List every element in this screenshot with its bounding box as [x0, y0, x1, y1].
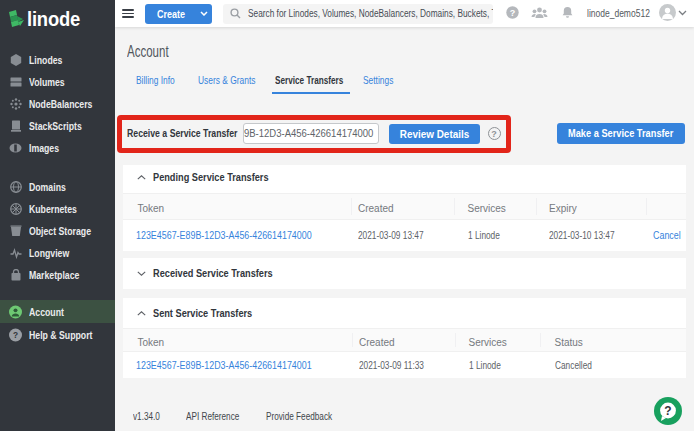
- svg-text:?: ?: [510, 8, 516, 18]
- svg-text:?: ?: [664, 404, 671, 418]
- svg-text:?: ?: [13, 330, 18, 340]
